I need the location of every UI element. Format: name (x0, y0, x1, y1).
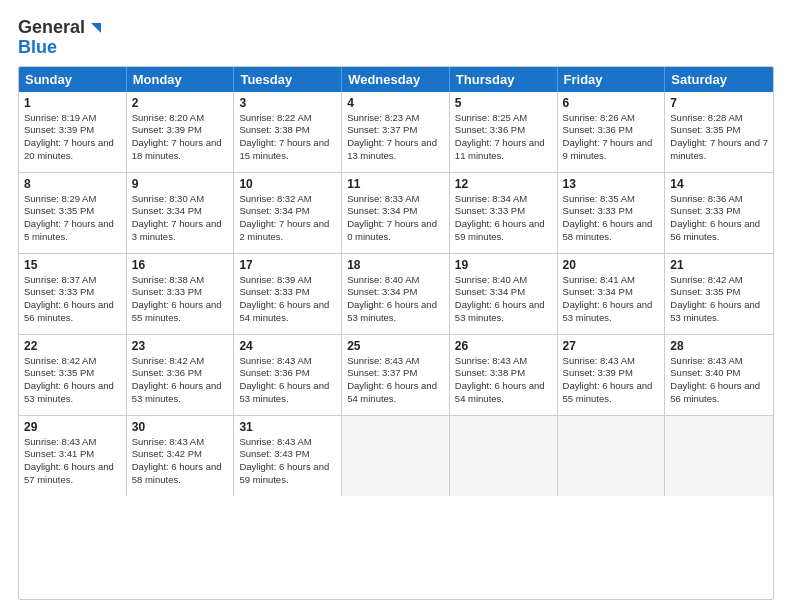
sunrise-line: Sunrise: 8:40 AM (455, 274, 552, 287)
day-number: 15 (24, 258, 121, 272)
daylight-label: Daylight: 6 hours and 53 minutes. (239, 380, 336, 406)
daylight-label: Daylight: 7 hours and 2 minutes. (239, 218, 336, 244)
table-row: 10 Sunrise: 8:32 AM Sunset: 3:34 PM Dayl… (234, 173, 342, 253)
sunrise-line: Sunrise: 8:30 AM (132, 193, 229, 206)
sunset-line: Sunset: 3:35 PM (670, 124, 768, 137)
daylight-label: Daylight: 7 hours and 18 minutes. (132, 137, 229, 163)
daylight-label: Daylight: 6 hours and 58 minutes. (132, 461, 229, 487)
day-number: 12 (455, 177, 552, 191)
day-number: 6 (563, 96, 660, 110)
table-row: 12 Sunrise: 8:34 AM Sunset: 3:33 PM Dayl… (450, 173, 558, 253)
calendar-week-5: 29 Sunrise: 8:43 AM Sunset: 3:41 PM Dayl… (19, 416, 773, 496)
daylight-label: Daylight: 6 hours and 56 minutes. (670, 380, 768, 406)
sunset-line: Sunset: 3:39 PM (24, 124, 121, 137)
sunset-line: Sunset: 3:33 PM (239, 286, 336, 299)
daylight-label: Daylight: 6 hours and 53 minutes. (24, 380, 121, 406)
day-number: 19 (455, 258, 552, 272)
sunrise-line: Sunrise: 8:41 AM (563, 274, 660, 287)
sunrise-line: Sunrise: 8:35 AM (563, 193, 660, 206)
calendar-header-row: SundayMondayTuesdayWednesdayThursdayFrid… (19, 67, 773, 92)
sunrise-line: Sunrise: 8:19 AM (24, 112, 121, 125)
sunset-line: Sunset: 3:35 PM (24, 367, 121, 380)
daylight-label: Daylight: 6 hours and 59 minutes. (455, 218, 552, 244)
daylight-label: Daylight: 7 hours and 3 minutes. (132, 218, 229, 244)
daylight-label: Daylight: 7 hours and 20 minutes. (24, 137, 121, 163)
daylight-label: Daylight: 6 hours and 53 minutes. (455, 299, 552, 325)
table-row: 19 Sunrise: 8:40 AM Sunset: 3:34 PM Dayl… (450, 254, 558, 334)
table-row: 29 Sunrise: 8:43 AM Sunset: 3:41 PM Dayl… (19, 416, 127, 496)
sunset-line: Sunset: 3:34 PM (132, 205, 229, 218)
table-row: 11 Sunrise: 8:33 AM Sunset: 3:34 PM Dayl… (342, 173, 450, 253)
table-row: 9 Sunrise: 8:30 AM Sunset: 3:34 PM Dayli… (127, 173, 235, 253)
table-row: 21 Sunrise: 8:42 AM Sunset: 3:35 PM Dayl… (665, 254, 773, 334)
table-row: 3 Sunrise: 8:22 AM Sunset: 3:38 PM Dayli… (234, 92, 342, 172)
sunrise-line: Sunrise: 8:39 AM (239, 274, 336, 287)
sunrise-line: Sunrise: 8:43 AM (563, 355, 660, 368)
calendar-week-3: 15 Sunrise: 8:37 AM Sunset: 3:33 PM Dayl… (19, 254, 773, 335)
day-number: 17 (239, 258, 336, 272)
daylight-label: Daylight: 7 hours and 0 minutes. (347, 218, 444, 244)
sunrise-line: Sunrise: 8:34 AM (455, 193, 552, 206)
daylight-label: Daylight: 6 hours and 56 minutes. (24, 299, 121, 325)
table-row: 24 Sunrise: 8:43 AM Sunset: 3:36 PM Dayl… (234, 335, 342, 415)
calendar-header-wednesday: Wednesday (342, 67, 450, 92)
calendar-week-4: 22 Sunrise: 8:42 AM Sunset: 3:35 PM Dayl… (19, 335, 773, 416)
calendar-header-thursday: Thursday (450, 67, 558, 92)
table-row (558, 416, 666, 496)
daylight-label: Daylight: 7 hours and 15 minutes. (239, 137, 336, 163)
header: General Blue (18, 18, 774, 58)
sunrise-line: Sunrise: 8:22 AM (239, 112, 336, 125)
sunrise-line: Sunrise: 8:43 AM (239, 436, 336, 449)
logo-arrow-icon (87, 19, 105, 37)
day-number: 23 (132, 339, 229, 353)
daylight-label: Daylight: 6 hours and 57 minutes. (24, 461, 121, 487)
day-number: 26 (455, 339, 552, 353)
sunset-line: Sunset: 3:38 PM (239, 124, 336, 137)
day-number: 5 (455, 96, 552, 110)
sunrise-line: Sunrise: 8:43 AM (239, 355, 336, 368)
sunset-line: Sunset: 3:37 PM (347, 367, 444, 380)
day-number: 29 (24, 420, 121, 434)
day-number: 3 (239, 96, 336, 110)
table-row: 23 Sunrise: 8:42 AM Sunset: 3:36 PM Dayl… (127, 335, 235, 415)
table-row: 22 Sunrise: 8:42 AM Sunset: 3:35 PM Dayl… (19, 335, 127, 415)
table-row: 13 Sunrise: 8:35 AM Sunset: 3:33 PM Dayl… (558, 173, 666, 253)
table-row: 28 Sunrise: 8:43 AM Sunset: 3:40 PM Dayl… (665, 335, 773, 415)
sunset-line: Sunset: 3:39 PM (132, 124, 229, 137)
daylight-label: Daylight: 7 hours and 13 minutes. (347, 137, 444, 163)
day-number: 2 (132, 96, 229, 110)
day-number: 28 (670, 339, 768, 353)
table-row: 8 Sunrise: 8:29 AM Sunset: 3:35 PM Dayli… (19, 173, 127, 253)
table-row: 30 Sunrise: 8:43 AM Sunset: 3:42 PM Dayl… (127, 416, 235, 496)
day-number: 14 (670, 177, 768, 191)
daylight-label: Daylight: 6 hours and 58 minutes. (563, 218, 660, 244)
calendar-header-friday: Friday (558, 67, 666, 92)
daylight-label: Daylight: 6 hours and 53 minutes. (347, 299, 444, 325)
day-number: 9 (132, 177, 229, 191)
sunrise-line: Sunrise: 8:25 AM (455, 112, 552, 125)
sunrise-line: Sunrise: 8:26 AM (563, 112, 660, 125)
table-row (665, 416, 773, 496)
sunset-line: Sunset: 3:33 PM (563, 205, 660, 218)
table-row: 15 Sunrise: 8:37 AM Sunset: 3:33 PM Dayl… (19, 254, 127, 334)
sunrise-line: Sunrise: 8:42 AM (670, 274, 768, 287)
sunset-line: Sunset: 3:33 PM (132, 286, 229, 299)
table-row: 4 Sunrise: 8:23 AM Sunset: 3:37 PM Dayli… (342, 92, 450, 172)
table-row: 5 Sunrise: 8:25 AM Sunset: 3:36 PM Dayli… (450, 92, 558, 172)
sunrise-line: Sunrise: 8:43 AM (670, 355, 768, 368)
table-row: 6 Sunrise: 8:26 AM Sunset: 3:36 PM Dayli… (558, 92, 666, 172)
daylight-label: Daylight: 7 hours and 7 minutes. (670, 137, 768, 163)
table-row: 27 Sunrise: 8:43 AM Sunset: 3:39 PM Dayl… (558, 335, 666, 415)
day-number: 20 (563, 258, 660, 272)
logo-blue: Blue (18, 38, 105, 58)
table-row (450, 416, 558, 496)
daylight-label: Daylight: 6 hours and 53 minutes. (563, 299, 660, 325)
table-row: 20 Sunrise: 8:41 AM Sunset: 3:34 PM Dayl… (558, 254, 666, 334)
sunrise-line: Sunrise: 8:40 AM (347, 274, 444, 287)
svg-marker-0 (91, 23, 101, 33)
logo: General Blue (18, 18, 105, 58)
daylight-label: Daylight: 7 hours and 9 minutes. (563, 137, 660, 163)
sunset-line: Sunset: 3:35 PM (24, 205, 121, 218)
daylight-label: Daylight: 6 hours and 53 minutes. (132, 380, 229, 406)
sunset-line: Sunset: 3:43 PM (239, 448, 336, 461)
